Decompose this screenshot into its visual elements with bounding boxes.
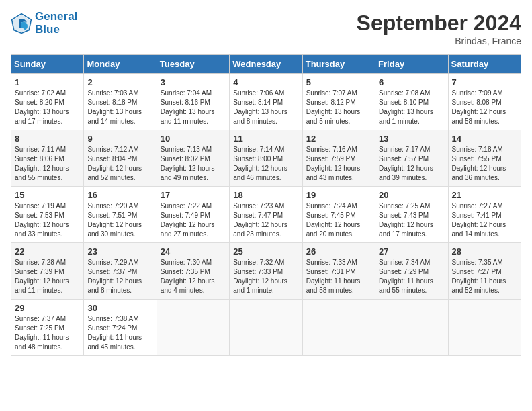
day-number: 21 [452,190,517,200]
day-info: Sunrise: 7:16 AM Sunset: 7:59 PM Dayligh… [306,145,371,183]
day-number: 3 [161,77,226,87]
calendar-cell: 16Sunrise: 7:20 AM Sunset: 7:51 PM Dayli… [84,187,157,243]
day-number: 29 [15,303,80,313]
day-number: 5 [306,77,371,87]
logo: General Blue [11,11,77,36]
day-number: 23 [87,246,152,257]
day-info: Sunrise: 7:23 AM Sunset: 7:47 PM Dayligh… [233,201,298,239]
calendar-cell: 22Sunrise: 7:28 AM Sunset: 7:39 PM Dayli… [11,243,84,300]
day-number: 13 [379,134,444,144]
day-info: Sunrise: 7:08 AM Sunset: 8:10 PM Dayligh… [379,89,444,126]
calendar-cell: 23Sunrise: 7:29 AM Sunset: 7:37 PM Dayli… [84,243,157,300]
calendar-cell: 5Sunrise: 7:07 AM Sunset: 8:12 PM Daylig… [302,74,375,130]
calendar-cell: 9Sunrise: 7:12 AM Sunset: 8:04 PM Daylig… [84,130,157,187]
calendar-cell [302,300,375,356]
day-info: Sunrise: 7:28 AM Sunset: 7:39 PM Dayligh… [15,258,80,295]
title-block: September 2024 Brindas, France [357,11,521,46]
day-info: Sunrise: 7:27 AM Sunset: 7:41 PM Dayligh… [452,201,517,239]
calendar-cell: 28Sunrise: 7:35 AM Sunset: 7:27 PM Dayli… [448,243,521,300]
calendar-table: Sunday Monday Tuesday Wednesday Thursday… [11,54,521,356]
calendar-cell: 29Sunrise: 7:37 AM Sunset: 7:25 PM Dayli… [11,300,84,356]
calendar-week-row: 8Sunrise: 7:11 AM Sunset: 8:06 PM Daylig… [11,130,521,187]
day-info: Sunrise: 7:32 AM Sunset: 7:33 PM Dayligh… [233,258,298,295]
day-info: Sunrise: 7:07 AM Sunset: 8:12 PM Dayligh… [306,89,371,126]
col-friday: Friday [375,55,448,74]
day-number: 12 [306,134,371,144]
day-info: Sunrise: 7:09 AM Sunset: 8:08 PM Dayligh… [452,89,517,126]
day-number: 6 [379,77,444,87]
day-info: Sunrise: 7:03 AM Sunset: 8:18 PM Dayligh… [87,89,152,126]
calendar-cell: 14Sunrise: 7:18 AM Sunset: 7:55 PM Dayli… [448,130,521,187]
day-info: Sunrise: 7:34 AM Sunset: 7:29 PM Dayligh… [379,258,444,295]
day-number: 11 [233,134,298,144]
day-number: 2 [87,77,152,87]
calendar-cell [448,300,521,356]
calendar-cell: 6Sunrise: 7:08 AM Sunset: 8:10 PM Daylig… [375,74,448,130]
day-number: 15 [15,190,80,200]
calendar-cell: 27Sunrise: 7:34 AM Sunset: 7:29 PM Dayli… [375,243,448,300]
day-info: Sunrise: 7:33 AM Sunset: 7:31 PM Dayligh… [306,258,371,295]
calendar-week-row: 22Sunrise: 7:28 AM Sunset: 7:39 PM Dayli… [11,243,521,300]
day-info: Sunrise: 7:17 AM Sunset: 7:57 PM Dayligh… [379,145,444,183]
calendar-week-row: 29Sunrise: 7:37 AM Sunset: 7:25 PM Dayli… [11,300,521,356]
col-tuesday: Tuesday [157,55,229,74]
day-number: 1 [15,77,80,87]
logo-icon [11,13,32,34]
col-wednesday: Wednesday [230,55,302,74]
calendar-cell: 30Sunrise: 7:38 AM Sunset: 7:24 PM Dayli… [84,300,157,356]
calendar-week-row: 1Sunrise: 7:02 AM Sunset: 8:20 PM Daylig… [11,74,521,130]
day-info: Sunrise: 7:02 AM Sunset: 8:20 PM Dayligh… [15,89,80,126]
calendar-cell: 13Sunrise: 7:17 AM Sunset: 7:57 PM Dayli… [375,130,448,187]
calendar-cell: 21Sunrise: 7:27 AM Sunset: 7:41 PM Dayli… [448,187,521,243]
day-number: 10 [161,134,226,144]
day-info: Sunrise: 7:19 AM Sunset: 7:53 PM Dayligh… [15,201,80,239]
day-info: Sunrise: 7:37 AM Sunset: 7:25 PM Dayligh… [15,314,80,352]
day-info: Sunrise: 7:35 AM Sunset: 7:27 PM Dayligh… [452,258,517,295]
day-info: Sunrise: 7:06 AM Sunset: 8:14 PM Dayligh… [233,89,298,126]
day-number: 14 [452,134,517,144]
calendar-header-row: Sunday Monday Tuesday Wednesday Thursday… [11,55,521,74]
col-monday: Monday [84,55,157,74]
calendar-cell: 24Sunrise: 7:30 AM Sunset: 7:35 PM Dayli… [157,243,229,300]
calendar-cell: 18Sunrise: 7:23 AM Sunset: 7:47 PM Dayli… [230,187,302,243]
day-number: 20 [379,190,444,200]
day-number: 17 [161,190,226,200]
col-sunday: Sunday [11,55,84,74]
day-number: 28 [452,246,517,257]
day-info: Sunrise: 7:14 AM Sunset: 8:00 PM Dayligh… [233,145,298,183]
calendar-cell [157,300,229,356]
day-info: Sunrise: 7:29 AM Sunset: 7:37 PM Dayligh… [87,258,152,295]
day-info: Sunrise: 7:24 AM Sunset: 7:45 PM Dayligh… [306,201,371,239]
calendar-week-row: 15Sunrise: 7:19 AM Sunset: 7:53 PM Dayli… [11,187,521,243]
calendar-cell [230,300,302,356]
calendar-cell: 17Sunrise: 7:22 AM Sunset: 7:49 PM Dayli… [157,187,229,243]
day-info: Sunrise: 7:12 AM Sunset: 8:04 PM Dayligh… [87,145,152,183]
page-header: General Blue September 2024 Brindas, Fra… [11,11,521,46]
calendar-cell: 20Sunrise: 7:25 AM Sunset: 7:43 PM Dayli… [375,187,448,243]
calendar-cell: 19Sunrise: 7:24 AM Sunset: 7:45 PM Dayli… [302,187,375,243]
logo-text: General Blue [35,11,77,36]
day-info: Sunrise: 7:04 AM Sunset: 8:16 PM Dayligh… [161,89,226,126]
day-number: 26 [306,246,371,257]
day-number: 25 [233,246,298,257]
calendar-cell: 26Sunrise: 7:33 AM Sunset: 7:31 PM Dayli… [302,243,375,300]
day-number: 18 [233,190,298,200]
day-info: Sunrise: 7:30 AM Sunset: 7:35 PM Dayligh… [161,258,226,295]
day-info: Sunrise: 7:18 AM Sunset: 7:55 PM Dayligh… [452,145,517,183]
col-thursday: Thursday [302,55,375,74]
calendar-cell: 2Sunrise: 7:03 AM Sunset: 8:18 PM Daylig… [84,74,157,130]
calendar-cell: 7Sunrise: 7:09 AM Sunset: 8:08 PM Daylig… [448,74,521,130]
day-number: 8 [15,134,80,144]
day-info: Sunrise: 7:22 AM Sunset: 7:49 PM Dayligh… [161,201,226,239]
calendar-cell: 11Sunrise: 7:14 AM Sunset: 8:00 PM Dayli… [230,130,302,187]
location-subtitle: Brindas, France [357,36,521,46]
calendar-cell: 10Sunrise: 7:13 AM Sunset: 8:02 PM Dayli… [157,130,229,187]
day-number: 22 [15,246,80,257]
day-info: Sunrise: 7:25 AM Sunset: 7:43 PM Dayligh… [379,201,444,239]
day-number: 24 [161,246,226,257]
month-title: September 2024 [357,11,521,36]
day-number: 9 [87,134,152,144]
calendar-cell: 3Sunrise: 7:04 AM Sunset: 8:16 PM Daylig… [157,74,229,130]
day-info: Sunrise: 7:20 AM Sunset: 7:51 PM Dayligh… [87,201,152,239]
calendar-cell: 25Sunrise: 7:32 AM Sunset: 7:33 PM Dayli… [230,243,302,300]
